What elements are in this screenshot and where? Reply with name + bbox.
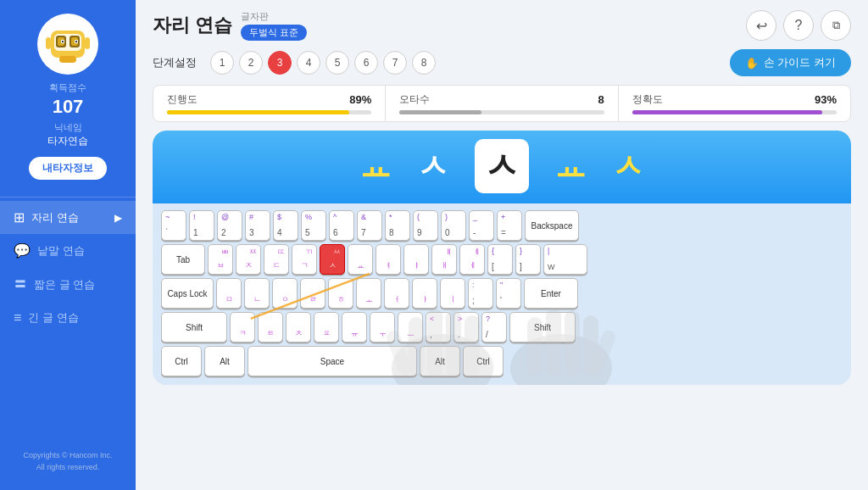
key-j[interactable]: ㅓ: [384, 278, 409, 309]
key-2[interactable]: @2: [217, 210, 242, 241]
key-s[interactable]: ㄴ: [244, 278, 270, 309]
sidebar-item-word[interactable]: 💬 낱말 연습: [0, 234, 136, 267]
key-t[interactable]: ㅆㅅ: [320, 244, 345, 275]
key-comma[interactable]: <,: [426, 312, 451, 342]
key-space[interactable]: Space: [248, 346, 417, 376]
step-8[interactable]: 8: [412, 51, 436, 75]
key-8[interactable]: *8: [385, 210, 410, 241]
key-backspace[interactable]: Backspace: [525, 210, 579, 241]
stat-errors: 오타수 8: [386, 86, 618, 121]
key-v[interactable]: ㅍ: [314, 312, 339, 342]
header-left: 자리 연습 글자판 두벌식 표준: [153, 10, 307, 41]
svg-rect-11: [85, 37, 90, 49]
key-minus[interactable]: _-: [469, 210, 494, 241]
step-2[interactable]: 2: [239, 51, 263, 75]
key-semicolon[interactable]: :;: [468, 278, 493, 309]
stat-progress-label: 진행도: [167, 92, 198, 107]
key-u[interactable]: ㅕ: [376, 244, 401, 275]
key-equal[interactable]: +=: [497, 210, 522, 241]
key-n[interactable]: ㅜ: [370, 312, 395, 342]
stat-errors-value: 8: [598, 93, 604, 106]
key-p[interactable]: ㅖㅔ: [459, 244, 485, 275]
step-row: 단계설정 1 2 3 4 5 6 7 8 ✋ 손 가이드 켜기: [153, 49, 851, 76]
step-7[interactable]: 7: [383, 51, 407, 75]
key-6[interactable]: ^6: [329, 210, 354, 241]
key-z[interactable]: ㅋ: [230, 312, 255, 342]
key-c[interactable]: ㅊ: [286, 312, 311, 342]
key-l[interactable]: ㅣ: [440, 278, 465, 309]
svg-rect-10: [46, 37, 51, 49]
key-alt-left[interactable]: Alt: [204, 346, 245, 376]
back-button[interactable]: ↩: [746, 10, 776, 41]
share-button[interactable]: ⧉: [821, 10, 851, 41]
key-x[interactable]: ㅌ: [258, 312, 283, 342]
key-o[interactable]: ㅒㅐ: [431, 244, 457, 275]
key-f[interactable]: ㄹ: [300, 278, 326, 309]
key-1[interactable]: !1: [189, 210, 214, 241]
avatar: [37, 14, 98, 75]
key-shift-left[interactable]: Shift: [161, 312, 227, 342]
step-4[interactable]: 4: [297, 51, 320, 75]
sidebar-item-long[interactable]: ≡ 긴 글 연습: [0, 302, 136, 334]
key-b[interactable]: ㅠ: [342, 312, 367, 342]
key-r[interactable]: ㄲㄱ: [292, 244, 317, 275]
main-content: 자리 연습 글자판 두벌식 표준 ↩ ? ⧉ 단계설정 1 2 3 4 5 6 …: [136, 0, 868, 490]
guide-button[interactable]: ✋ 손 가이드 켜기: [730, 49, 851, 76]
step-label: 단계설정: [153, 55, 197, 70]
help-button[interactable]: ?: [783, 10, 814, 41]
preview-char-4: ㅛ: [554, 145, 587, 188]
key-capslock[interactable]: Caps Lock: [161, 278, 214, 309]
step-1[interactable]: 1: [210, 51, 234, 75]
key-e[interactable]: ㄸㄷ: [264, 244, 289, 275]
sidebar: 획득점수 107 닉네임 타자연습 내타자정보 ⊞ 자리 연습 ▶ 💬 낱말 연…: [0, 0, 136, 490]
svg-rect-12: [59, 56, 76, 63]
key-d[interactable]: ㅇ: [272, 278, 298, 309]
key-ctrl-left[interactable]: Ctrl: [161, 346, 202, 376]
step-5[interactable]: 5: [326, 51, 349, 75]
key-3[interactable]: #3: [245, 210, 270, 241]
sidebar-item-seat[interactable]: ⊞ 자리 연습 ▶: [0, 201, 136, 234]
svg-rect-9: [75, 41, 77, 42]
key-h[interactable]: ㅗ: [356, 278, 381, 309]
keyboard: ~` !1 @2 #3 $4 %5 ^6 &7 *8 (9 )0 _- += B…: [161, 210, 843, 376]
header-row: 자리 연습 글자판 두벌식 표준 ↩ ? ⧉: [153, 10, 851, 41]
key-slash[interactable]: ?/: [481, 312, 507, 342]
key-y[interactable]: ㅛ: [348, 244, 373, 275]
key-w[interactable]: ㅉㅈ: [236, 244, 261, 275]
preview-char-2: ㅅ: [417, 145, 449, 188]
key-q[interactable]: ㅃㅂ: [208, 244, 233, 275]
key-5[interactable]: %5: [301, 210, 326, 241]
key-tilde[interactable]: ~`: [161, 210, 186, 241]
key-4[interactable]: $4: [273, 210, 298, 241]
key-9[interactable]: (9: [413, 210, 438, 241]
step-6[interactable]: 6: [354, 51, 378, 75]
key-ctrl-right[interactable]: Ctrl: [463, 346, 504, 376]
step-3[interactable]: 3: [268, 51, 292, 75]
mascot-icon: [42, 19, 93, 70]
key-enter[interactable]: Enter: [524, 278, 578, 309]
key-backslash[interactable]: |W: [543, 244, 587, 275]
key-lbracket[interactable]: {[: [487, 244, 513, 275]
key-alt-right[interactable]: Alt: [420, 346, 460, 376]
key-7[interactable]: &7: [357, 210, 382, 241]
page-title: 자리 연습: [153, 13, 232, 38]
key-a[interactable]: ㅁ: [216, 278, 242, 309]
stat-progress: 진행도 89%: [153, 86, 386, 121]
key-rbracket[interactable]: }]: [515, 244, 541, 275]
key-0[interactable]: )0: [441, 210, 466, 241]
my-info-button[interactable]: 내타자정보: [29, 157, 107, 180]
sidebar-item-word-label: 낱말 연습: [37, 243, 85, 259]
key-shift-right[interactable]: Shift: [509, 312, 576, 342]
key-period[interactable]: >.: [453, 312, 479, 342]
key-tab[interactable]: Tab: [161, 244, 205, 275]
key-g[interactable]: ㅎ: [328, 278, 353, 309]
sidebar-item-short[interactable]: 〓 짧은 글 연습: [0, 267, 136, 302]
long-icon: ≡: [14, 310, 21, 326]
kb-row-shift: Shift ㅋ ㅌ ㅊ ㅍ ㅠ ㅜ ㅡ <, >. ?/ Shift: [161, 312, 843, 342]
key-k[interactable]: ㅏ: [412, 278, 437, 309]
key-i[interactable]: ㅑ: [403, 244, 429, 275]
key-m[interactable]: ㅡ: [398, 312, 423, 342]
key-quote[interactable]: "': [496, 278, 521, 309]
char-preview: ㅛ ㅅ ㅅ ㅛ ㅅ: [153, 131, 851, 203]
preview-char-center: ㅅ: [475, 139, 529, 193]
